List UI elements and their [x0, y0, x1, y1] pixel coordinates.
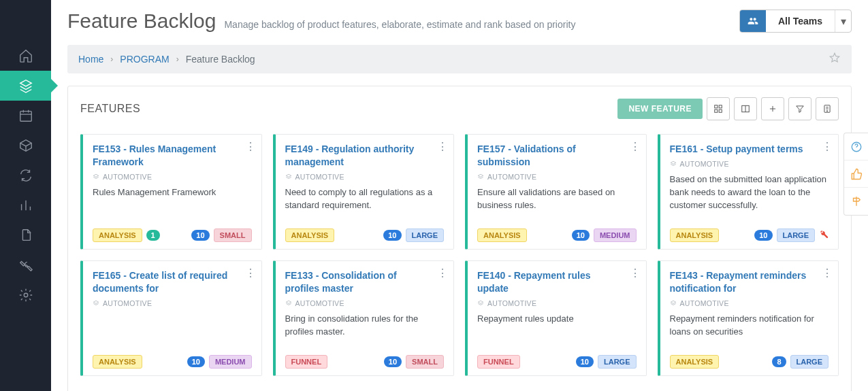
feature-card-title[interactable]: FE157 - Validations of submission — [477, 143, 637, 169]
filter-icon — [795, 104, 805, 114]
sidebar-item-calendar[interactable] — [0, 101, 51, 131]
grid-view-button[interactable] — [707, 97, 730, 120]
card-menu-button[interactable]: ⋮ — [437, 141, 448, 152]
help-button[interactable] — [844, 133, 868, 160]
feature-card-title[interactable]: FE153 - Rules Management Framework — [93, 143, 252, 169]
feature-card[interactable]: FE157 - Validations of submission⋮AUTOMO… — [465, 134, 647, 250]
sidebar-item-docs[interactable] — [0, 220, 51, 250]
stack-icon — [285, 300, 292, 307]
new-feature-button[interactable]: NEW FEATURE — [617, 99, 703, 119]
feature-card[interactable]: FE161 - Setup payment terms⋮AUTOMOTIVEBa… — [658, 134, 839, 250]
sidebar-item-analytics[interactable] — [0, 190, 51, 220]
feature-card[interactable]: FE140 - Repayment rules update⋮AUTOMOTIV… — [465, 260, 647, 376]
stack-icon — [93, 300, 99, 307]
panel-toolbar: NEW FEATURE — [617, 97, 839, 120]
feature-card[interactable]: FE153 - Rules Management Framework⋮AUTOM… — [80, 134, 262, 250]
card-menu-button[interactable]: ⋮ — [822, 268, 833, 279]
card-menu-button[interactable]: ⋮ — [822, 141, 833, 152]
size-badge: SMALL — [214, 228, 252, 242]
home-icon — [18, 48, 33, 63]
export-icon — [822, 104, 832, 114]
page-subtitle: Manage backlog of product features, elab… — [224, 19, 575, 30]
calendar-icon — [18, 108, 33, 123]
feature-card-category: AUTOMOTIVE — [477, 299, 637, 307]
stack-icon — [670, 300, 677, 307]
loop-icon — [18, 168, 33, 183]
feature-card[interactable]: FE133 - Consolidation of profiles master… — [273, 260, 455, 376]
layers-icon — [18, 78, 33, 93]
feature-card-footer: ANALYSIS10MEDIUM — [93, 355, 252, 369]
feature-card-category: AUTOMOTIVE — [285, 299, 445, 307]
feature-card-footer: FUNNEL10SMALL — [285, 355, 445, 369]
guide-signpost-button[interactable] — [844, 188, 868, 215]
main-content: Feature Backlog Manage backlog of produc… — [51, 0, 868, 391]
feature-card-category: AUTOMOTIVE — [670, 160, 829, 168]
card-menu-button[interactable]: ⋮ — [630, 141, 641, 152]
status-badge: FUNNEL — [477, 355, 520, 369]
svg-rect-3 — [719, 105, 722, 108]
feature-card-description: Repayment rules update — [477, 313, 637, 348]
feature-card-title[interactable]: FE165 - Create list of required document… — [93, 269, 252, 295]
breadcrumb-program[interactable]: PROGRAM — [120, 54, 169, 65]
breadcrumb-bar: Home › PROGRAM › Feature Backlog — [67, 45, 852, 73]
feature-card[interactable]: FE143 - Repayment reminders notification… — [658, 260, 839, 376]
card-menu-button[interactable]: ⋮ — [630, 268, 641, 279]
feature-card[interactable]: FE165 - Create list of required document… — [80, 260, 262, 376]
breadcrumb-home[interactable]: Home — [78, 54, 103, 65]
team-icon — [740, 10, 766, 32]
sidebar-item-home[interactable] — [0, 41, 51, 71]
status-badge: ANALYSIS — [670, 228, 720, 242]
feature-card-category: AUTOMOTIVE — [670, 299, 829, 307]
status-badge: ANALYSIS — [477, 228, 527, 242]
stack-icon — [93, 173, 99, 180]
features-panel: FEATURES NEW FEATURE — [67, 86, 852, 391]
svg-point-1 — [24, 293, 28, 297]
feature-card-description: Rules Management Framework — [93, 186, 252, 222]
points-badge: 10 — [576, 356, 594, 367]
points-badge: 10 — [572, 230, 590, 241]
sidebar-item-tools[interactable] — [0, 250, 51, 280]
card-menu-button[interactable]: ⋮ — [245, 141, 256, 152]
size-badge: LARGE — [406, 228, 445, 242]
feature-card-footer: ANALYSIS10MEDIUM — [477, 228, 637, 242]
favorite-star-button[interactable] — [829, 52, 841, 67]
card-menu-button[interactable]: ⋮ — [245, 268, 256, 279]
sidebar-item-backlog[interactable] — [0, 71, 51, 101]
feature-card-title[interactable]: FE133 - Consolidation of profiles master — [285, 269, 445, 295]
help-dock — [843, 133, 868, 216]
feature-card-title[interactable]: FE149 - Regulation authority management — [285, 143, 445, 169]
sidebar-item-loop[interactable] — [0, 160, 51, 190]
export-button[interactable] — [816, 97, 839, 120]
svg-rect-2 — [715, 105, 718, 108]
status-badge: ANALYSIS — [93, 228, 142, 242]
sidebar-item-settings[interactable] — [0, 280, 51, 310]
stack-icon — [285, 173, 292, 180]
feature-card-footer: ANALYSIS10LARGE — [285, 228, 445, 242]
gear-icon — [18, 288, 33, 303]
feature-card-title[interactable]: FE161 - Setup payment terms — [670, 143, 829, 156]
columns-icon — [741, 104, 750, 114]
feedback-like-button[interactable] — [844, 160, 868, 188]
split-view-button[interactable] — [734, 97, 757, 120]
points-badge: 10 — [384, 356, 402, 367]
team-selector-dropdown[interactable]: All Teams ▾ — [739, 10, 852, 33]
filter-button[interactable] — [788, 97, 811, 120]
feature-card-title[interactable]: FE143 - Repayment reminders notification… — [670, 269, 829, 295]
sidebar-item-box[interactable] — [0, 131, 51, 160]
feature-card-category: AUTOMOTIVE — [93, 299, 252, 307]
feature-card-title[interactable]: FE140 - Repayment rules update — [477, 269, 637, 295]
add-button[interactable] — [761, 97, 784, 120]
stack-icon — [477, 300, 484, 307]
feature-card[interactable]: FE149 - Regulation authority management⋮… — [273, 134, 455, 250]
status-badge: ANALYSIS — [285, 228, 335, 242]
feature-card-description: Ensure all validations are based on busi… — [477, 186, 637, 222]
size-badge: LARGE — [598, 355, 637, 369]
breadcrumb-sep: › — [176, 54, 179, 64]
card-menu-button[interactable]: ⋮ — [437, 268, 448, 279]
points-badge: 8 — [772, 356, 786, 367]
feature-card-category: AUTOMOTIVE — [285, 173, 445, 181]
feature-card-description: Need to comply to all regulations as a s… — [285, 186, 445, 222]
points-badge: 10 — [383, 230, 401, 241]
wrench-icon — [819, 229, 829, 241]
points-badge: 10 — [754, 230, 772, 241]
